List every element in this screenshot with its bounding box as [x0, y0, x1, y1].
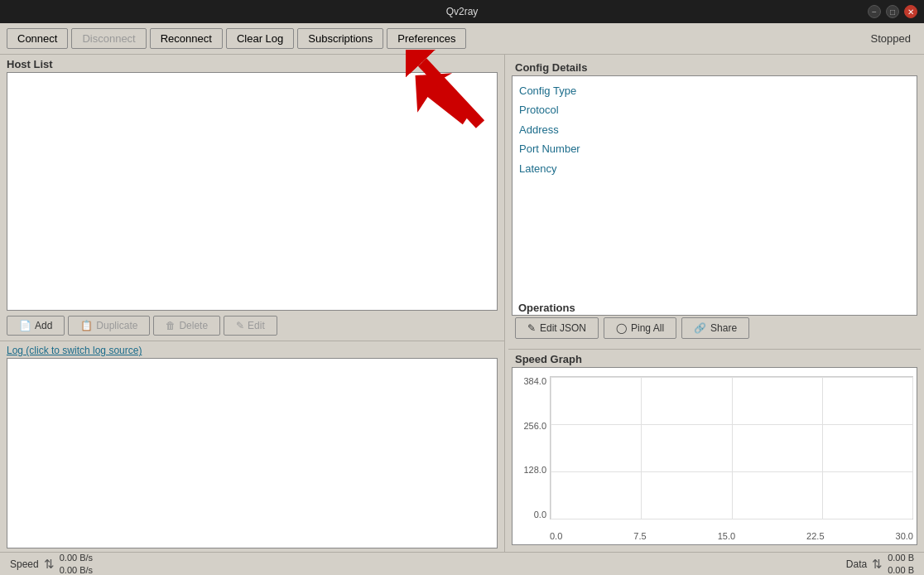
- config-details-title: Config Details: [508, 58, 921, 75]
- data-values: 0.00 B 0.00 B: [888, 552, 914, 575]
- add-button[interactable]: 📄 Add: [7, 316, 65, 336]
- config-latency: Latency: [519, 159, 910, 178]
- speed-stat: Speed ⇅ 0.00 B/s 0.00 B/s: [10, 552, 93, 575]
- log-title[interactable]: Log (click to switch log source): [0, 341, 504, 358]
- preferences-button[interactable]: Preferences: [387, 28, 466, 49]
- edit-json-button[interactable]: ✎ Edit JSON: [515, 317, 599, 339]
- delete-icon: 🗑: [166, 320, 176, 331]
- graph-grid: [550, 376, 913, 519]
- data-arrows-icon: ⇅: [872, 557, 883, 572]
- minimize-btn[interactable]: −: [868, 5, 881, 18]
- clear-log-button[interactable]: Clear Log: [226, 28, 294, 49]
- data-stat: Data ⇅ 0.00 B 0.00 B: [846, 552, 914, 575]
- ping-icon: ◯: [616, 322, 627, 334]
- log-section: Log (click to switch log source): [0, 341, 504, 552]
- restore-btn[interactable]: □: [886, 5, 899, 18]
- host-list[interactable]: [7, 72, 498, 311]
- reconnect-button[interactable]: Reconnect: [150, 28, 223, 49]
- config-address: Address: [519, 120, 910, 139]
- graph-y-labels: 384.0 256.0 128.0 0.0: [513, 376, 550, 519]
- speed-arrows-icon: ⇅: [44, 557, 55, 572]
- ping-all-button[interactable]: ◯ Ping All: [604, 317, 676, 339]
- config-type: Config Type: [519, 81, 910, 100]
- duplicate-button[interactable]: 📋 Duplicate: [68, 316, 150, 336]
- speed-graph-title: Speed Graph: [508, 350, 921, 367]
- operations-title: Operations: [512, 298, 917, 317]
- graph-x-labels: 0.0 7.5 15.0 22.5 30.0: [550, 531, 913, 541]
- body-area: Host List 📄 Add 📋 Duplicate 🗑 Delete: [0, 55, 924, 552]
- status-label: Stopped: [871, 32, 917, 45]
- config-details-box: Config Type Protocol Address Port Number…: [512, 75, 917, 316]
- log-area[interactable]: [7, 358, 498, 548]
- speed-graph-section: Speed Graph 384.0 256.0 128.0 0.0: [508, 349, 921, 548]
- host-list-actions: 📄 Add 📋 Duplicate 🗑 Delete ✎ Edit: [0, 311, 504, 341]
- speed-label: Speed: [10, 558, 39, 570]
- right-panel: Config Details Config Type Protocol Addr…: [505, 55, 924, 552]
- operations-buttons: ✎ Edit JSON ◯ Ping All 🔗 Share: [512, 317, 917, 345]
- subscriptions-button[interactable]: Subscriptions: [297, 28, 383, 49]
- speed-graph-box: 384.0 256.0 128.0 0.0: [512, 367, 917, 545]
- share-icon: 🔗: [694, 322, 706, 334]
- disconnect-button[interactable]: Disconnect: [71, 28, 146, 49]
- edit-button[interactable]: ✎ Edit: [224, 316, 277, 336]
- left-panel: Host List 📄 Add 📋 Duplicate 🗑 Delete: [0, 55, 505, 552]
- config-protocol: Protocol: [519, 100, 910, 119]
- close-btn[interactable]: ✕: [904, 5, 917, 18]
- bottom-bar: Speed ⇅ 0.00 B/s 0.00 B/s Data ⇅ 0.00 B …: [0, 552, 924, 575]
- host-list-title: Host List: [0, 55, 504, 72]
- operations-section: Operations ✎ Edit JSON ◯ Ping All 🔗 Shar…: [508, 295, 921, 349]
- delete-button[interactable]: 🗑 Delete: [153, 316, 220, 336]
- edit-json-icon: ✎: [527, 322, 536, 334]
- window-controls: − □ ✕: [868, 5, 917, 18]
- config-details-section: Config Details Config Type Protocol Addr…: [508, 58, 921, 295]
- edit-icon: ✎: [236, 320, 244, 331]
- main-content: Connect Disconnect Reconnect Clear Log S…: [0, 23, 924, 575]
- add-icon: 📄: [19, 320, 31, 331]
- connect-button[interactable]: Connect: [7, 28, 68, 49]
- config-port: Port Number: [519, 139, 910, 158]
- title-bar: Qv2ray − □ ✕: [0, 0, 924, 23]
- toolbar: Connect Disconnect Reconnect Clear Log S…: [0, 23, 924, 55]
- speed-up: 0.00 B/s 0.00 B/s: [60, 552, 93, 575]
- duplicate-icon: 📋: [80, 320, 93, 331]
- share-button[interactable]: 🔗 Share: [681, 317, 749, 339]
- data-label: Data: [846, 558, 867, 570]
- app-title: Qv2ray: [56, 6, 868, 17]
